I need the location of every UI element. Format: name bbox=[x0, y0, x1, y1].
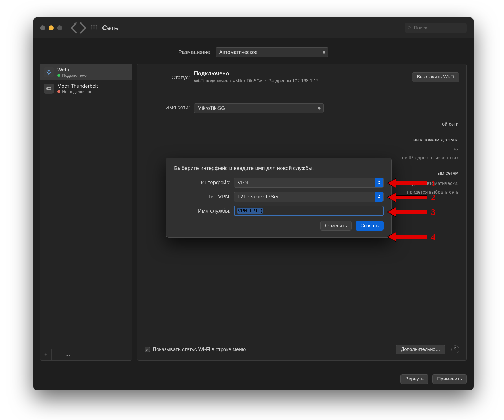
titlebar: Сеть bbox=[33, 18, 474, 38]
sidebar-item-thunderbolt-bridge[interactable]: Мост Thunderbolt Не подключено bbox=[40, 80, 132, 97]
interface-value: VPN bbox=[238, 180, 248, 186]
network-name-select[interactable]: MikroTik-5G bbox=[194, 103, 324, 113]
status-dot-icon bbox=[57, 90, 60, 93]
cancel-button[interactable]: Отменить bbox=[320, 221, 352, 231]
interface-row: Интерфейс: VPN bbox=[174, 178, 384, 188]
zoom-window-button[interactable] bbox=[57, 25, 62, 30]
svg-point-3 bbox=[91, 27, 93, 29]
show-wifi-status-row: ✓ Показывать статус Wi-Fi в строке меню … bbox=[145, 345, 459, 354]
status-value: Подключено bbox=[194, 70, 408, 77]
create-button[interactable]: Создать bbox=[356, 221, 384, 231]
chevron-updown-icon bbox=[317, 105, 322, 111]
interface-select[interactable]: VPN bbox=[234, 178, 384, 188]
location-row: Размещение: Автоматическое bbox=[33, 38, 474, 64]
sheet-button-row: Отменить Создать bbox=[174, 221, 384, 231]
sidebar-item-name: Wi-Fi bbox=[57, 67, 87, 73]
svg-point-9 bbox=[408, 26, 410, 29]
sidebar-item-status: Подключено bbox=[57, 73, 87, 78]
chevron-updown-icon bbox=[375, 192, 383, 202]
sidebar-item-wifi[interactable]: Wi-Fi Подключено bbox=[40, 64, 132, 80]
service-name-value: VPN (L2TP) bbox=[237, 208, 263, 214]
vpn-type-label: Тип VPN: bbox=[174, 194, 231, 200]
svg-point-13 bbox=[47, 88, 48, 89]
window-title: Сеть bbox=[102, 24, 118, 32]
svg-line-10 bbox=[410, 28, 411, 29]
chevron-updown-icon bbox=[321, 49, 326, 55]
interface-label: Интерфейс: bbox=[174, 180, 231, 186]
service-sidebar: Wi-Fi Подключено Мост Thunderbolt bbox=[40, 64, 132, 361]
footer-buttons: Вернуть Применить bbox=[400, 374, 467, 384]
svg-point-8 bbox=[96, 29, 97, 30]
add-service-button[interactable]: + bbox=[40, 349, 52, 361]
location-select[interactable]: Автоматическое bbox=[216, 47, 328, 57]
sidebar-item-name: Мост Thunderbolt bbox=[57, 83, 98, 89]
show-wifi-status-checkbox[interactable]: ✓ bbox=[145, 347, 150, 352]
svg-point-0 bbox=[91, 25, 93, 26]
location-label: Размещение: bbox=[178, 49, 212, 55]
svg-point-11 bbox=[49, 74, 49, 75]
status-dot-icon bbox=[57, 74, 60, 77]
network-name-value: MikroTik-5G bbox=[198, 105, 225, 111]
back-button[interactable] bbox=[70, 24, 77, 32]
preferences-window: Сеть Размещение: Автоматическое Wi-Fi bbox=[33, 18, 474, 390]
service-name-row: Имя службы: VPN (L2TP) bbox=[174, 206, 384, 216]
traffic-lights bbox=[40, 25, 62, 30]
search-field[interactable] bbox=[405, 23, 467, 33]
sheet-message: Выберите интерфейс и введите имя для нов… bbox=[174, 165, 384, 171]
close-window-button[interactable] bbox=[40, 25, 45, 30]
network-name-label: Имя сети: bbox=[145, 103, 190, 111]
svg-point-5 bbox=[96, 27, 97, 29]
svg-point-4 bbox=[93, 27, 95, 29]
vpn-type-row: Тип VPN: L2TP через IPSec bbox=[174, 192, 384, 202]
sidebar-item-status: Не подключено bbox=[57, 89, 98, 94]
new-service-sheet: Выберите интерфейс и введите имя для нов… bbox=[166, 158, 392, 238]
help-button[interactable]: ? bbox=[451, 345, 459, 353]
minimize-window-button[interactable] bbox=[49, 25, 54, 30]
apply-button[interactable]: Применить bbox=[432, 374, 467, 384]
revert-button[interactable]: Вернуть bbox=[400, 374, 428, 384]
wifi-icon bbox=[44, 67, 54, 77]
remove-service-button[interactable]: − bbox=[52, 349, 63, 361]
forward-button[interactable] bbox=[80, 24, 87, 32]
turn-off-wifi-button[interactable]: Выключить Wi-Fi bbox=[412, 72, 459, 82]
show-all-icon[interactable] bbox=[91, 25, 97, 31]
svg-point-15 bbox=[50, 88, 51, 89]
status-label: Статус: bbox=[145, 73, 190, 81]
svg-point-1 bbox=[93, 25, 95, 26]
nav-buttons bbox=[70, 24, 87, 32]
sidebar-bottom-bar: + − ▾ bbox=[40, 349, 132, 360]
service-name-field[interactable]: VPN (L2TP) bbox=[234, 206, 384, 216]
status-subtext: Wi-Fi подключен к «MikroTik-5G» с IP-адр… bbox=[194, 78, 408, 84]
search-input[interactable] bbox=[414, 25, 464, 31]
location-value: Автоматическое bbox=[219, 49, 258, 55]
service-list: Wi-Fi Подключено Мост Thunderbolt bbox=[40, 64, 132, 349]
svg-point-6 bbox=[91, 29, 93, 30]
chevron-updown-icon bbox=[375, 178, 383, 187]
vpn-type-value: L2TP через IPSec bbox=[238, 194, 279, 200]
thunderbolt-bridge-icon bbox=[44, 84, 54, 94]
service-actions-button[interactable]: ▾ bbox=[63, 349, 74, 361]
advanced-button[interactable]: Дополнительно… bbox=[396, 345, 445, 354]
vpn-type-select[interactable]: L2TP через IPSec bbox=[234, 192, 384, 202]
service-name-label: Имя службы: bbox=[174, 208, 231, 214]
svg-point-2 bbox=[96, 25, 97, 26]
svg-point-14 bbox=[49, 88, 49, 89]
status-row: Статус: Подключено Wi-Fi подключен к «Mi… bbox=[145, 70, 459, 84]
svg-point-7 bbox=[93, 29, 95, 30]
network-name-row: Имя сети: MikroTik-5G bbox=[145, 103, 459, 113]
search-icon bbox=[407, 26, 411, 30]
show-wifi-status-label: Показывать статус Wi-Fi в строке меню bbox=[153, 347, 246, 353]
